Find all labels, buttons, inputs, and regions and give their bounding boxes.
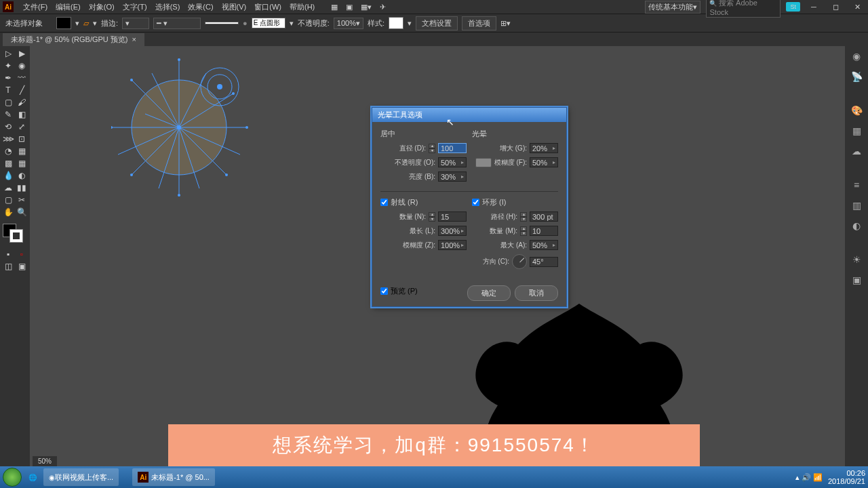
maximize-button[interactable]: ◻ [827, 3, 844, 12]
symbol-tool[interactable]: ☁ [1, 182, 15, 194]
rays-count-input[interactable]: 15 [438, 211, 467, 222]
rings-largest-input[interactable]: 50%▸ [530, 240, 558, 250]
halo-fuzz-input[interactable]: 50%▸ [530, 157, 558, 167]
stock-search[interactable]: 🔍 搜索 Adobe Stock [706, 0, 781, 18]
stock-button[interactable]: St [786, 2, 800, 12]
dialog-title[interactable]: 光晕工具选项 [372, 108, 566, 122]
minimize-button[interactable]: ─ [806, 3, 822, 11]
rotate-tool[interactable]: ⟲ [1, 121, 15, 133]
rectangle-tool[interactable]: ▢ [1, 96, 15, 108]
magic-wand-tool[interactable]: ✦ [1, 60, 15, 72]
swatches-icon[interactable]: ▦ [849, 123, 864, 138]
rays-longest-input[interactable]: 300%▸ [438, 226, 467, 236]
taskbar-app1[interactable]: ◉ 联网视频上传客... [43, 468, 119, 486]
type-tool[interactable]: T [1, 84, 15, 96]
color-mode-none[interactable]: ▫ [15, 248, 28, 260]
menu-help[interactable]: 帮助(H) [285, 2, 319, 12]
menu-type[interactable]: 文字(T) [119, 2, 151, 12]
menu-effect[interactable]: 效果(C) [184, 2, 217, 12]
stroke-color[interactable] [9, 229, 23, 243]
perspective-tool[interactable]: ▦ [15, 145, 28, 157]
menu-select[interactable]: 选择(S) [151, 2, 184, 12]
taskbar-illustrator[interactable]: Ai未标题-1* @ 50... [132, 468, 215, 486]
shape-builder-tool[interactable]: ◔ [1, 145, 15, 157]
gradient-panel-icon[interactable]: ▥ [849, 198, 864, 213]
brightness-input[interactable]: 30%▸ [438, 171, 467, 182]
tab-close-icon[interactable]: × [132, 35, 136, 43]
properties-icon[interactable]: ◉ [849, 49, 864, 64]
gpu-icon[interactable]: ▦ [327, 3, 342, 12]
color-control[interactable] [1, 224, 28, 245]
direction-input[interactable]: 45° [530, 257, 558, 267]
start-button[interactable] [3, 468, 22, 487]
screen-mode[interactable]: ▣ [15, 260, 28, 272]
brush-def[interactable] [205, 22, 239, 24]
menu-view[interactable]: 视图(V) [218, 2, 251, 12]
line-tool[interactable]: ╱ [15, 84, 28, 96]
prefs-button[interactable]: 首选项 [462, 16, 496, 30]
center-opacity-input[interactable]: 50%▸ [438, 157, 467, 167]
shaper-tool[interactable]: ✎ [1, 108, 15, 121]
stroke-panel-icon[interactable]: ≡ [849, 178, 864, 192]
selection-tool[interactable]: ▷ [1, 47, 15, 60]
brushes-icon[interactable]: ☁ [849, 144, 864, 159]
opacity-value[interactable]: 100% ▾ [334, 18, 363, 29]
blend-tool[interactable]: ◐ [15, 169, 28, 182]
artboard-tool[interactable]: ▢ [1, 194, 15, 206]
direction-dial[interactable] [512, 254, 527, 269]
menu-file[interactable]: 文件(F) [19, 2, 52, 12]
libraries-icon[interactable]: 📡 [849, 69, 864, 84]
menu-object[interactable]: 对象(O) [85, 2, 119, 12]
brush-tool[interactable]: 🖌 [15, 96, 28, 108]
eyedropper-tool[interactable]: 💧 [1, 169, 15, 182]
send-icon[interactable]: ✈ [376, 3, 390, 12]
graphic-styles-icon[interactable]: ▣ [849, 272, 864, 287]
cancel-button[interactable]: 取消 [515, 285, 558, 301]
free-transform-tool[interactable]: ⊡ [15, 133, 28, 145]
eraser-tool[interactable]: ◧ [15, 108, 28, 121]
rays-fuzz-input[interactable]: 100%▸ [438, 240, 467, 250]
width-tool[interactable]: ⋙ [1, 133, 15, 145]
close-button[interactable]: ✕ [849, 3, 865, 12]
align-icon[interactable]: ⊞▾ [500, 19, 511, 28]
preview-checkbox[interactable]: 预览 (P) [380, 286, 418, 296]
hand-tool[interactable]: ✋ [1, 206, 15, 218]
stroke-weight[interactable]: ▾ [122, 18, 149, 29]
rings-checkbox[interactable]: 环形 (I) [472, 197, 558, 207]
fill-swatch[interactable] [56, 17, 71, 29]
lasso-tool[interactable]: ◉ [15, 60, 28, 72]
growth-input[interactable]: 20%▸ [530, 143, 558, 153]
pen-tool[interactable]: ✒ [1, 72, 15, 84]
rings-count-input[interactable]: 10 [530, 226, 558, 236]
taskbar-browser[interactable]: 🌐 [23, 468, 42, 486]
zoom-level[interactable]: 50% [33, 456, 57, 466]
color-mode-fill[interactable]: ▪ [1, 248, 15, 260]
document-tab[interactable]: 未标题-1* @ 50% (RGB/GPU 预览) × [3, 33, 144, 46]
stroke-profile[interactable]: ━ ▾ [153, 18, 201, 29]
appearance-icon[interactable]: ☀ [849, 252, 864, 267]
rings-path-input[interactable]: 300 pt [530, 211, 558, 222]
tray-icons[interactable]: ▴ 🔊 📶 [795, 473, 823, 482]
ok-button[interactable]: 确定 [467, 285, 511, 301]
slice-tool[interactable]: ✂ [15, 194, 28, 206]
menu-edit[interactable]: 编辑(E) [52, 2, 85, 12]
system-clock[interactable]: 00:26 2018/09/21 [828, 469, 865, 485]
shape-input[interactable] [252, 18, 285, 28]
diameter-input[interactable]: 100 [438, 143, 467, 153]
grid-icon[interactable]: ▦▾ [357, 3, 376, 12]
zoom-tool[interactable]: 🔍 [15, 206, 28, 218]
gradient-tool[interactable]: ▦ [15, 157, 28, 169]
draw-mode[interactable]: ◫ [1, 260, 15, 272]
spin-up[interactable]: ▴ [429, 144, 435, 148]
menu-window[interactable]: 窗口(W) [250, 2, 285, 12]
scale-tool[interactable]: ⤢ [15, 121, 28, 133]
doc-setup-button[interactable]: 文档设置 [416, 16, 458, 30]
graph-tool[interactable]: ▮▮ [15, 182, 28, 194]
style-swatch[interactable] [389, 17, 403, 29]
mesh-tool[interactable]: ▩ [1, 157, 15, 169]
rays-checkbox[interactable]: 射线 (R) [380, 197, 467, 207]
arrange-icon[interactable]: ▣ [342, 3, 357, 12]
spin-down[interactable]: ▾ [429, 148, 435, 153]
curvature-tool[interactable]: 〰 [15, 72, 28, 84]
color-panel-icon[interactable]: 🎨 [849, 103, 864, 118]
